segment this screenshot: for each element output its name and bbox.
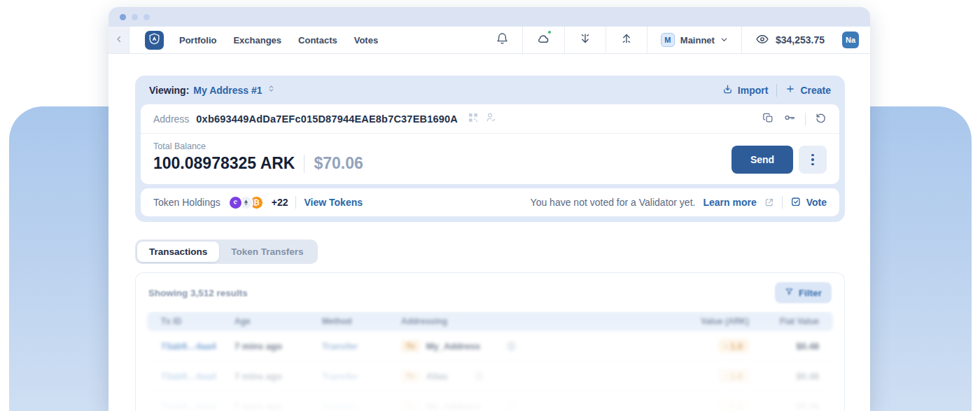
method-cell: Transfer: [322, 341, 401, 351]
col-method[interactable]: Method: [322, 316, 401, 326]
crypto-balance: 100.08978325 ARK: [153, 154, 295, 173]
method-cell: Transfer: [322, 371, 401, 382]
tx-id-link[interactable]: 73ab9…4aa4: [161, 341, 234, 351]
chevron-down-icon: [720, 34, 728, 46]
import-button[interactable]: Import: [722, 84, 769, 97]
direction-badge: To: [401, 340, 420, 352]
results-summary: Showing 3,512 results: [148, 288, 248, 298]
address-card: Address 0xb693449AdDa7EFc015D87944EAE8b7…: [141, 104, 839, 184]
navbar-left: Portfolio Exchanges Contacts Votes: [130, 27, 482, 53]
divider: [304, 155, 304, 173]
token-holdings-label: Token Holdings: [153, 197, 220, 208]
vote-button[interactable]: Vote: [790, 196, 827, 209]
window-control-dot[interactable]: [120, 14, 126, 20]
import-icon: [722, 84, 733, 97]
contact-circle-icon[interactable]: [506, 401, 517, 411]
verified-contact-icon[interactable]: [485, 111, 497, 126]
create-button[interactable]: Create: [785, 84, 831, 96]
tab-token-transfers[interactable]: Token Transfers: [219, 242, 315, 262]
notifications-button[interactable]: [482, 27, 522, 53]
table-row[interactable]: 73ab9…4aa4 7 mins ago Transfer To My_Add…: [147, 391, 833, 411]
more-tokens-count: +22: [272, 197, 288, 208]
counterparty-name: My_Address: [426, 341, 480, 351]
transactions-tabs: Transactions Token Transfers: [135, 239, 318, 264]
copy-address-button[interactable]: [762, 112, 774, 126]
unfold-selector-icon[interactable]: [267, 83, 276, 97]
table-header-row: Tx ID Age Method Addressing Value (ARK) …: [147, 312, 833, 331]
address-selector[interactable]: My Address #1: [193, 85, 262, 96]
nav-exchanges[interactable]: Exchanges: [233, 35, 281, 46]
col-fiat[interactable]: Fiat Value: [749, 316, 819, 326]
value-cell: - 1.0: [651, 399, 749, 411]
col-value[interactable]: Value (ARK): [651, 316, 749, 326]
tx-id-link[interactable]: 73ab9…4aa4: [161, 371, 234, 382]
avatar[interactable]: Na: [842, 32, 859, 48]
viewing-header: Viewing: My Address #1 Import: [141, 76, 839, 104]
direction-badge: To: [401, 400, 420, 411]
fiat-balance: $70.06: [314, 154, 363, 173]
window-control-dot[interactable]: [132, 14, 138, 20]
col-addressing[interactable]: Addressing: [401, 316, 651, 326]
divider: [805, 113, 806, 125]
create-label: Create: [800, 85, 831, 96]
avatar-wrap: Na: [838, 27, 870, 53]
contact-circle-icon[interactable]: [474, 371, 484, 382]
transactions-table-card: Showing 3,512 results Filter Tx ID Age M…: [135, 272, 845, 411]
viewing-label: Viewing:: [149, 85, 189, 96]
nav-votes[interactable]: Votes: [354, 35, 378, 46]
table-row[interactable]: 73ab9…4aa4 7 mins ago Transfer To My_Add…: [147, 331, 833, 361]
tx-id-link[interactable]: 73ab9…4aa4: [161, 401, 234, 411]
table-row[interactable]: 73ab9…4aa4 7 mins ago Transfer To Alias …: [147, 361, 833, 391]
purple-token-icon: [228, 195, 243, 210]
keys-button[interactable]: [783, 111, 796, 126]
portfolio-balance-value: $34,253.75: [776, 34, 825, 46]
portfolio-balance[interactable]: $34,253.75: [741, 27, 838, 53]
receive-button[interactable]: [564, 27, 606, 53]
vote-label: Vote: [806, 197, 827, 208]
send-button[interactable]: Send: [732, 146, 793, 174]
qr-code-icon[interactable]: [468, 112, 479, 126]
screenshot-canvas: Portfolio Exchanges Contacts Votes: [0, 0, 980, 411]
more-actions-button[interactable]: [799, 146, 827, 174]
col-tx-id[interactable]: Tx ID: [161, 316, 234, 326]
address-label: Address: [153, 113, 189, 125]
main-nav: Portfolio Exchanges Contacts Votes: [179, 35, 378, 46]
age-cell: 7 mins ago: [234, 401, 322, 411]
filter-label: Filter: [799, 288, 822, 298]
value-cell: - 1.0: [651, 339, 749, 353]
address-value: 0xb693449AdDa7EFc015D87944EAE8b7C37EB169…: [196, 113, 458, 125]
key-icon: [783, 111, 796, 126]
shield-icon: [148, 32, 161, 48]
divider: [776, 84, 777, 97]
chevron-left-icon: [115, 34, 123, 46]
ark-logo[interactable]: [145, 31, 164, 50]
network-selector[interactable]: M Mainnet: [647, 27, 741, 53]
method-cell: Transfer: [322, 401, 401, 411]
divider: [295, 196, 296, 209]
addressing-cell: To Alias: [401, 370, 651, 382]
view-tokens-link[interactable]: View Tokens: [304, 197, 363, 208]
tab-transactions[interactable]: Transactions: [137, 242, 219, 262]
back-button[interactable]: [108, 27, 130, 53]
token-icon-stack: ₿: [228, 195, 264, 210]
window-control-dot[interactable]: [144, 14, 150, 20]
addressing-cell: To My_Address: [401, 400, 651, 411]
import-label: Import: [738, 85, 769, 96]
app-window: Portfolio Exchanges Contacts Votes: [108, 7, 870, 411]
refresh-button[interactable]: [815, 112, 827, 126]
send-nav-button[interactable]: [606, 27, 647, 53]
nav-portfolio[interactable]: Portfolio: [179, 35, 216, 46]
col-age[interactable]: Age: [234, 316, 322, 326]
contact-circle-icon[interactable]: [506, 341, 517, 351]
external-link-icon: [764, 197, 774, 207]
learn-more-link[interactable]: Learn more: [703, 197, 756, 208]
balance-row: Total Balance 100.08978325 ARK $70.06 Se…: [141, 134, 839, 184]
total-balance-label: Total Balance: [153, 141, 363, 151]
fiat-cell: $0.48: [749, 371, 819, 382]
arrow-up-icon: [620, 32, 634, 48]
filter-button[interactable]: Filter: [775, 282, 832, 303]
eye-icon: [755, 32, 769, 48]
table-body-fade: Tx ID Age Method Addressing Value (ARK) …: [136, 312, 844, 411]
server-status-button[interactable]: [522, 27, 564, 53]
nav-contacts[interactable]: Contacts: [298, 35, 337, 46]
